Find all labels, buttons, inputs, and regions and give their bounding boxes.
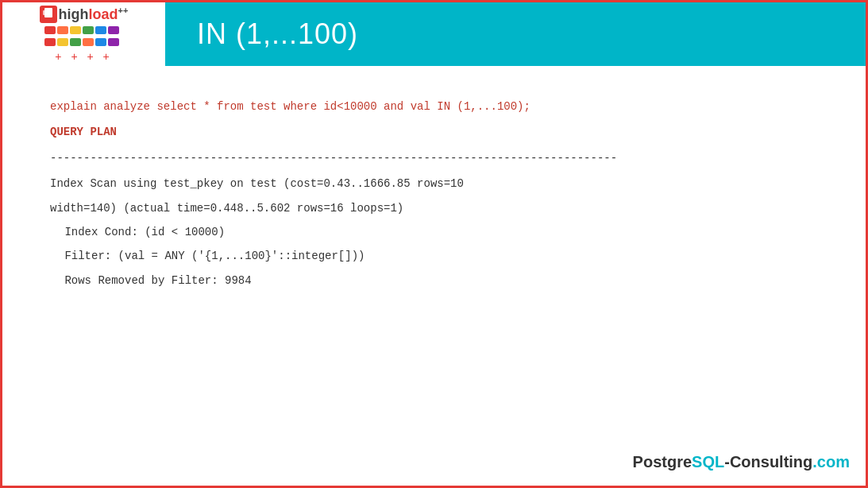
svg-rect-1 [43,10,46,15]
logo-area: highload++ + + + + [2,2,165,66]
code-block: explain analyze select * from test where… [50,98,818,289]
footer-dotcom: .com [812,453,850,471]
plan-line-2: width=140) (actual time=0.448..5.602 row… [50,199,818,217]
header: highload++ + + + + IN (1,...100) [2,2,866,66]
separator: ----------------------------------------… [50,149,818,167]
title-bar: IN (1,...100) [165,2,866,66]
footer-sql: SQL [692,453,724,471]
footer-branding: PostgreSQL-Consulting.com [633,453,850,471]
logo-text: highload++ [40,6,129,23]
plus-signs: + + + + [55,50,112,63]
sql-query: explain analyze select * from test where… [50,98,818,115]
logo-icon [40,6,57,23]
content-area: explain analyze select * from test where… [2,66,866,312]
footer-postgres: Postgre [633,453,692,471]
plan-line-1: Index Scan using test_pkey on test (cost… [50,175,818,192]
footer-dash: - [724,453,730,471]
plan-line-3: Index Cond: (id < 10000) [50,223,818,241]
footer-consulting: Consulting [730,453,812,471]
logo-puzzle [44,26,124,48]
plan-line-4: Filter: (val = ANY ('{1,...100}'::intege… [50,247,818,265]
plan-line-5: Rows Removed by Filter: 9984 [50,272,818,289]
slide-title: IN (1,...100) [197,17,358,51]
logo-brand: highload++ [59,6,129,23]
logo-inner: highload++ + + + + [40,6,129,63]
query-plan-label: QUERY PLAN [50,123,818,141]
